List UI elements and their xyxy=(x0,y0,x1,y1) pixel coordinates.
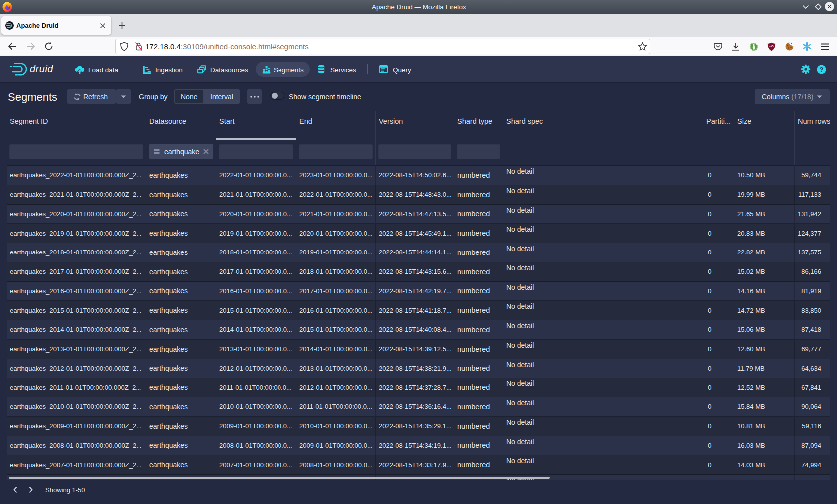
svg-text:?: ? xyxy=(820,66,824,73)
svg-text:uO: uO xyxy=(769,45,774,48)
